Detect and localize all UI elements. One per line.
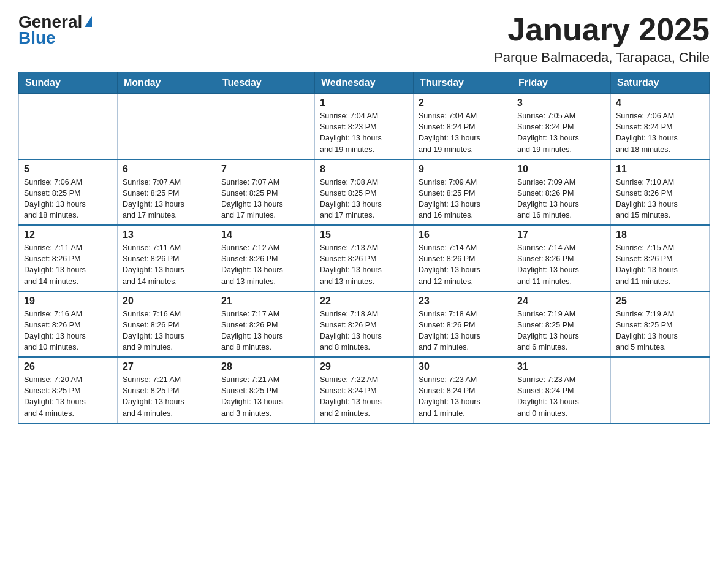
calendar-day-5: 5Sunrise: 7:06 AMSunset: 8:25 PMDaylight… xyxy=(19,159,118,226)
weekday-header-friday: Friday xyxy=(512,72,611,94)
day-number: 24 xyxy=(517,296,605,307)
calendar-day-10: 10Sunrise: 7:09 AMSunset: 8:26 PMDayligh… xyxy=(512,159,611,226)
empty-cell xyxy=(118,94,216,159)
calendar-day-28: 28Sunrise: 7:21 AMSunset: 8:25 PMDayligh… xyxy=(216,357,315,423)
day-number: 5 xyxy=(24,164,112,175)
logo-triangle-icon xyxy=(85,16,92,27)
calendar-day-18: 18Sunrise: 7:15 AMSunset: 8:26 PMDayligh… xyxy=(611,225,710,291)
sun-info: Sunrise: 7:11 AMSunset: 8:26 PMDaylight:… xyxy=(24,242,112,287)
calendar-day-31: 31Sunrise: 7:23 AMSunset: 8:24 PMDayligh… xyxy=(512,357,611,423)
day-number: 30 xyxy=(419,361,507,372)
calendar-week-row: 5Sunrise: 7:06 AMSunset: 8:25 PMDaylight… xyxy=(19,159,710,226)
sun-info: Sunrise: 7:07 AMSunset: 8:25 PMDaylight:… xyxy=(221,177,309,221)
sun-info: Sunrise: 7:22 AMSunset: 8:24 PMDaylight:… xyxy=(320,374,408,419)
day-number: 26 xyxy=(24,361,112,372)
sun-info: Sunrise: 7:19 AMSunset: 8:25 PMDaylight:… xyxy=(616,308,704,353)
calendar-day-21: 21Sunrise: 7:17 AMSunset: 8:26 PMDayligh… xyxy=(216,291,315,358)
day-number: 22 xyxy=(320,296,408,307)
empty-cell xyxy=(19,94,118,159)
day-number: 19 xyxy=(24,296,112,307)
day-number: 31 xyxy=(517,361,605,372)
day-number: 4 xyxy=(616,98,704,109)
day-number: 29 xyxy=(320,361,408,372)
day-number: 8 xyxy=(320,164,408,175)
day-number: 21 xyxy=(221,296,309,307)
calendar-header-row: SundayMondayTuesdayWednesdayThursdayFrid… xyxy=(19,72,710,94)
calendar-week-row: 1Sunrise: 7:04 AMSunset: 8:23 PMDaylight… xyxy=(19,94,710,159)
day-number: 23 xyxy=(419,296,507,307)
calendar-day-12: 12Sunrise: 7:11 AMSunset: 8:26 PMDayligh… xyxy=(19,225,118,291)
day-number: 1 xyxy=(320,98,408,109)
calendar-day-2: 2Sunrise: 7:04 AMSunset: 8:24 PMDaylight… xyxy=(414,94,512,159)
calendar-day-16: 16Sunrise: 7:14 AMSunset: 8:26 PMDayligh… xyxy=(414,225,512,291)
day-number: 17 xyxy=(517,229,605,240)
calendar-title: January 2025 xyxy=(494,12,710,47)
sun-info: Sunrise: 7:17 AMSunset: 8:26 PMDaylight:… xyxy=(221,308,309,353)
calendar-day-27: 27Sunrise: 7:21 AMSunset: 8:25 PMDayligh… xyxy=(118,357,216,423)
weekday-header-saturday: Saturday xyxy=(611,72,710,94)
day-number: 3 xyxy=(517,98,605,109)
day-number: 27 xyxy=(123,361,211,372)
calendar-day-29: 29Sunrise: 7:22 AMSunset: 8:24 PMDayligh… xyxy=(315,357,414,423)
calendar-day-24: 24Sunrise: 7:19 AMSunset: 8:25 PMDayligh… xyxy=(512,291,611,358)
calendar-day-17: 17Sunrise: 7:14 AMSunset: 8:26 PMDayligh… xyxy=(512,225,611,291)
day-number: 10 xyxy=(517,164,605,175)
sun-info: Sunrise: 7:20 AMSunset: 8:25 PMDaylight:… xyxy=(24,374,112,419)
sun-info: Sunrise: 7:11 AMSunset: 8:26 PMDaylight:… xyxy=(123,242,211,287)
sun-info: Sunrise: 7:13 AMSunset: 8:26 PMDaylight:… xyxy=(320,242,408,287)
day-number: 9 xyxy=(419,164,507,175)
title-block: January 2025 Parque Balmaceda, Tarapaca,… xyxy=(494,12,710,66)
calendar-day-30: 30Sunrise: 7:23 AMSunset: 8:24 PMDayligh… xyxy=(414,357,512,423)
calendar-day-23: 23Sunrise: 7:18 AMSunset: 8:26 PMDayligh… xyxy=(414,291,512,358)
calendar-day-19: 19Sunrise: 7:16 AMSunset: 8:26 PMDayligh… xyxy=(19,291,118,358)
day-number: 2 xyxy=(419,98,507,109)
empty-cell xyxy=(611,357,710,423)
sun-info: Sunrise: 7:07 AMSunset: 8:25 PMDaylight:… xyxy=(123,177,211,221)
weekday-header-thursday: Thursday xyxy=(414,72,512,94)
calendar-day-11: 11Sunrise: 7:10 AMSunset: 8:26 PMDayligh… xyxy=(611,159,710,226)
calendar-table: SundayMondayTuesdayWednesdayThursdayFrid… xyxy=(18,72,710,424)
sun-info: Sunrise: 7:21 AMSunset: 8:25 PMDaylight:… xyxy=(123,374,211,419)
day-number: 16 xyxy=(419,229,507,240)
weekday-header-sunday: Sunday xyxy=(19,72,118,94)
sun-info: Sunrise: 7:06 AMSunset: 8:25 PMDaylight:… xyxy=(24,177,112,221)
sun-info: Sunrise: 7:09 AMSunset: 8:26 PMDaylight:… xyxy=(517,177,605,221)
calendar-day-6: 6Sunrise: 7:07 AMSunset: 8:25 PMDaylight… xyxy=(118,159,216,226)
day-number: 20 xyxy=(123,296,211,307)
calendar-day-7: 7Sunrise: 7:07 AMSunset: 8:25 PMDaylight… xyxy=(216,159,315,226)
sun-info: Sunrise: 7:14 AMSunset: 8:26 PMDaylight:… xyxy=(419,242,507,287)
day-number: 13 xyxy=(123,229,211,240)
sun-info: Sunrise: 7:04 AMSunset: 8:23 PMDaylight:… xyxy=(320,110,408,155)
sun-info: Sunrise: 7:09 AMSunset: 8:25 PMDaylight:… xyxy=(419,177,507,221)
day-number: 6 xyxy=(123,164,211,175)
calendar-day-3: 3Sunrise: 7:05 AMSunset: 8:24 PMDaylight… xyxy=(512,94,611,159)
calendar-week-row: 19Sunrise: 7:16 AMSunset: 8:26 PMDayligh… xyxy=(19,291,710,358)
sun-info: Sunrise: 7:05 AMSunset: 8:24 PMDaylight:… xyxy=(517,110,605,155)
day-number: 12 xyxy=(24,229,112,240)
sun-info: Sunrise: 7:15 AMSunset: 8:26 PMDaylight:… xyxy=(616,242,704,287)
calendar-day-26: 26Sunrise: 7:20 AMSunset: 8:25 PMDayligh… xyxy=(19,357,118,423)
calendar-day-8: 8Sunrise: 7:08 AMSunset: 8:25 PMDaylight… xyxy=(315,159,414,226)
calendar-day-22: 22Sunrise: 7:18 AMSunset: 8:26 PMDayligh… xyxy=(315,291,414,358)
calendar-week-row: 26Sunrise: 7:20 AMSunset: 8:25 PMDayligh… xyxy=(19,357,710,423)
logo: General Blue xyxy=(18,12,93,48)
calendar-subtitle: Parque Balmaceda, Tarapaca, Chile xyxy=(494,50,710,66)
calendar-day-20: 20Sunrise: 7:16 AMSunset: 8:26 PMDayligh… xyxy=(118,291,216,358)
day-number: 7 xyxy=(221,164,309,175)
calendar-day-14: 14Sunrise: 7:12 AMSunset: 8:26 PMDayligh… xyxy=(216,225,315,291)
calendar-week-row: 12Sunrise: 7:11 AMSunset: 8:26 PMDayligh… xyxy=(19,225,710,291)
sun-info: Sunrise: 7:06 AMSunset: 8:24 PMDaylight:… xyxy=(616,110,704,155)
day-number: 18 xyxy=(616,229,704,240)
day-number: 14 xyxy=(221,229,309,240)
day-number: 15 xyxy=(320,229,408,240)
logo-blue-text: Blue xyxy=(18,28,56,47)
calendar-day-1: 1Sunrise: 7:04 AMSunset: 8:23 PMDaylight… xyxy=(315,94,414,159)
sun-info: Sunrise: 7:18 AMSunset: 8:26 PMDaylight:… xyxy=(320,308,408,353)
sun-info: Sunrise: 7:16 AMSunset: 8:26 PMDaylight:… xyxy=(123,308,211,353)
sun-info: Sunrise: 7:12 AMSunset: 8:26 PMDaylight:… xyxy=(221,242,309,287)
weekday-header-monday: Monday xyxy=(118,72,216,94)
sun-info: Sunrise: 7:08 AMSunset: 8:25 PMDaylight:… xyxy=(320,177,408,221)
calendar-day-15: 15Sunrise: 7:13 AMSunset: 8:26 PMDayligh… xyxy=(315,225,414,291)
calendar-day-13: 13Sunrise: 7:11 AMSunset: 8:26 PMDayligh… xyxy=(118,225,216,291)
calendar-day-4: 4Sunrise: 7:06 AMSunset: 8:24 PMDaylight… xyxy=(611,94,710,159)
